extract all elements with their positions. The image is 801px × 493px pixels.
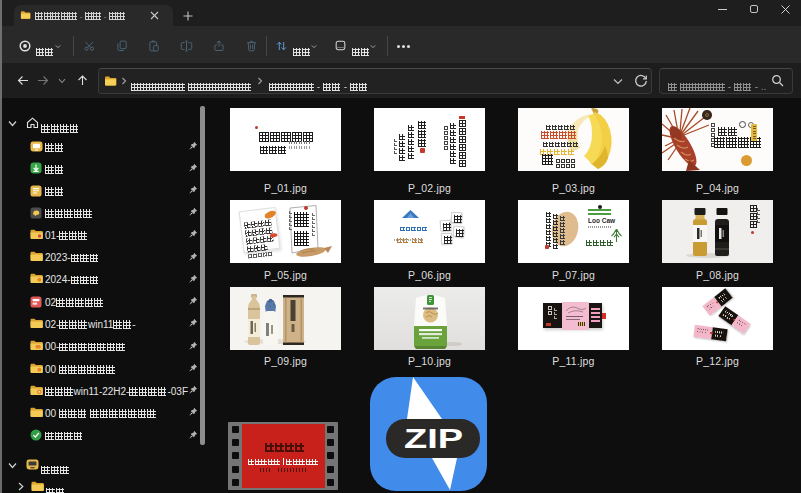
svg-text:ZIP: ZIP [404,424,463,454]
